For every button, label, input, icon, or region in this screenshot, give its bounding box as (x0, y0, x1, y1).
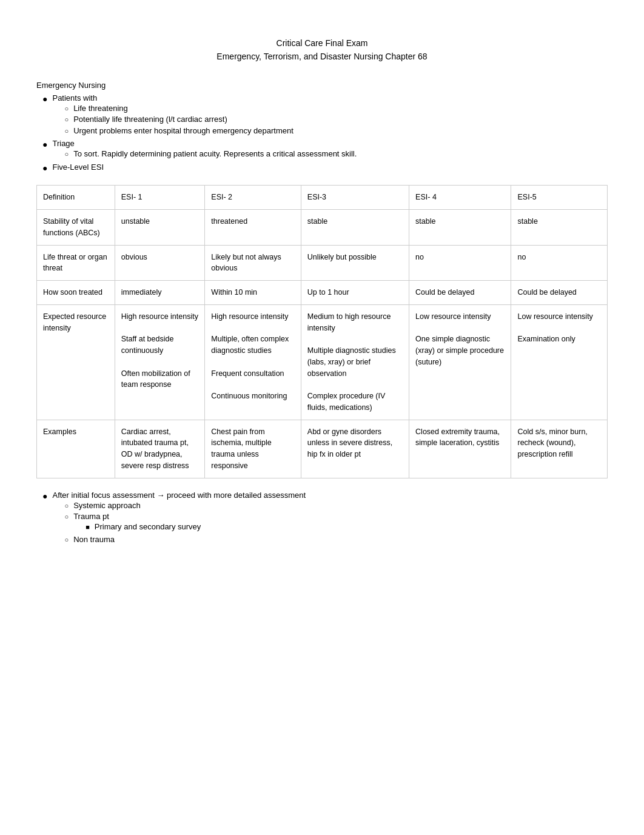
cell-examples-esi5: Cold s/s, minor burn, recheck (wound), p… (511, 420, 608, 478)
row-lifethreat: Life threat or organ threat obvious Like… (37, 245, 608, 281)
trauma-sub-sub-list: ■ Primary and secondary survey (73, 522, 201, 532)
cell-howsoon-esi5: Could be delayed (511, 281, 608, 305)
main-bullet-list: ● Patients with ○Life threatening ○Poten… (36, 93, 608, 175)
cell-howsoon-esi4: Could be delayed (409, 281, 511, 305)
title-line1: Critical Care Final Exam (36, 36, 608, 50)
bullet-triage: ● Triage ○To sort. Rapidly determining p… (36, 139, 608, 161)
table-header-row: Definition ESI- 1 ESI- 2 ESI-3 ESI- 4 ES… (37, 186, 608, 210)
bullet-five-level: ● Five-Level ESI (36, 163, 608, 175)
cell-howsoon-esi1: immediately (115, 281, 205, 305)
title-line2: Emergency, Terrorism, and Disaster Nursi… (36, 50, 608, 63)
row-howsoon: How soon treated immediately Within 10 m… (37, 281, 608, 305)
cell-examples-esi4: Closed extremity trauma, simple lacerati… (409, 420, 511, 478)
cell-lifethreat-esi1: obvious (115, 245, 205, 281)
cell-stability-def: Stability of vital functions (ABCs) (37, 210, 115, 246)
section-heading: Emergency Nursing (36, 81, 608, 90)
bullet-patients: ● Patients with ○Life threatening ○Poten… (36, 93, 608, 138)
header-esi1: ESI- 1 (115, 186, 205, 210)
after-bullet-content: After initial focus assessment → proceed… (52, 491, 306, 546)
after-trauma-content: Trauma pt ■ Primary and secondary survey (73, 512, 201, 534)
cell-resource-esi1: High resource intensity Staff at bedside… (115, 304, 205, 420)
cell-howsoon-esi3: Up to 1 hour (301, 281, 409, 305)
cell-lifethreat-def: Life threat or organ threat (37, 245, 115, 281)
trauma-sub-sub-item: ■ Primary and secondary survey (73, 522, 201, 532)
after-sub-trauma: ○ Trauma pt ■ Primary and secondary surv… (52, 512, 306, 534)
cell-examples-def: Examples (37, 420, 115, 478)
cell-resource-esi2: High resource intensity Multiple, often … (205, 304, 301, 420)
cell-examples-esi3: Abd or gyne disorders unless in severe d… (301, 420, 409, 478)
after-bullet-dot: ● (42, 491, 47, 503)
sub-item-1: ○Life threatening (52, 104, 293, 114)
page-title: Critical Care Final Exam Emergency, Terr… (36, 36, 608, 64)
header-esi2: ESI- 2 (205, 186, 301, 210)
cell-stability-esi3: stable (301, 210, 409, 246)
bullet-dot-1: ● (42, 93, 47, 106)
bullet-dot-2: ● (42, 139, 47, 151)
cell-examples-esi1: Cardiac arrest, intubated trauma pt, OD … (115, 420, 205, 478)
sub-item-2: ○Potentially life threatening (l/t cardi… (52, 115, 293, 125)
intro-section: Emergency Nursing ● Patients with ○Life … (36, 81, 608, 175)
triage-sub-item-1: ○To sort. Rapidly determining patient ac… (52, 149, 357, 159)
row-resource: Expected resource intensity High resourc… (37, 304, 608, 420)
cell-resource-esi5: Low resource intensity Examination only (511, 304, 608, 420)
cell-howsoon-esi2: Within 10 min (205, 281, 301, 305)
cell-lifethreat-esi5: no (511, 245, 608, 281)
esi-table: Definition ESI- 1 ESI- 2 ESI-3 ESI- 4 ES… (36, 185, 608, 478)
cell-lifethreat-esi4: no (409, 245, 511, 281)
row-stability: Stability of vital functions (ABCs) unst… (37, 210, 608, 246)
cell-examples-esi2: Chest pain from ischemia, multiple traum… (205, 420, 301, 478)
cell-stability-esi2: threatened (205, 210, 301, 246)
cell-resource-esi3: Medium to high resource intensity Multip… (301, 304, 409, 420)
after-sub-systemic: ○ Systemic approach (52, 501, 306, 511)
after-bullet-list: ● After initial focus assessment → proce… (36, 491, 608, 546)
patients-sub-list: ○Life threatening ○Potentially life thre… (52, 104, 293, 136)
bullet-patients-content: Patients with ○Life threatening ○Potenti… (52, 93, 293, 138)
after-bullet-item: ● After initial focus assessment → proce… (36, 491, 608, 546)
row-examples: Examples Cardiac arrest, intubated traum… (37, 420, 608, 478)
after-section: ● After initial focus assessment → proce… (36, 491, 608, 546)
cell-resource-esi4: Low resource intensity One simple diagno… (409, 304, 511, 420)
cell-stability-esi1: unstable (115, 210, 205, 246)
cell-stability-esi4: stable (409, 210, 511, 246)
sub-item-3: ○Urgent problems enter hospital through … (52, 126, 293, 136)
bullet-dot-3: ● (42, 163, 47, 175)
cell-stability-esi5: stable (511, 210, 608, 246)
header-esi4: ESI- 4 (409, 186, 511, 210)
after-sub-nontrauma: ○ Non trauma (52, 535, 306, 545)
cell-howsoon-def: How soon treated (37, 281, 115, 305)
cell-lifethreat-esi3: Unlikely but possible (301, 245, 409, 281)
after-sub-list: ○ Systemic approach ○ Trauma pt ■ Primar… (52, 501, 306, 545)
triage-sub-list: ○To sort. Rapidly determining patient ac… (52, 149, 357, 159)
header-esi5: ESI-5 (511, 186, 608, 210)
cell-resource-def: Expected resource intensity (37, 304, 115, 420)
cell-lifethreat-esi2: Likely but not always obvious (205, 245, 301, 281)
header-esi3: ESI-3 (301, 186, 409, 210)
bullet-triage-content: Triage ○To sort. Rapidly determining pat… (52, 139, 357, 161)
header-def: Definition (37, 186, 115, 210)
